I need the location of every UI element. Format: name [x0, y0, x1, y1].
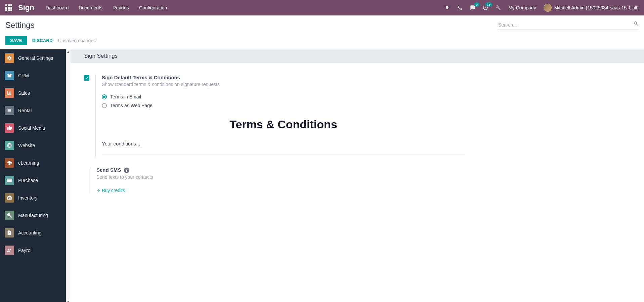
search-wrap	[498, 20, 639, 30]
radio-label: Terms in Email	[110, 94, 141, 99]
sidebar-item-label: Sales	[18, 90, 30, 96]
discard-button[interactable]: DISCARD	[32, 38, 53, 43]
company-switcher[interactable]: My Company	[508, 5, 536, 10]
scroll-down-icon[interactable]: ▼	[66, 299, 71, 302]
sidebar-item-purchase[interactable]: Purchase	[0, 172, 71, 189]
sidebar-scrollbar[interactable]: ▲ ▼	[66, 49, 71, 302]
sms-title: Send SMS ?	[96, 167, 460, 173]
sidebar-item-elearn[interactable]: eLearning	[0, 154, 71, 172]
sidebar-item-sales[interactable]: Sales	[0, 84, 71, 102]
sidebar-item-label: Payroll	[18, 248, 33, 253]
sidebar-item-label: Social Media	[18, 125, 45, 131]
setting-terms: Sign Default Terms & Conditions Show sta…	[84, 70, 631, 162]
page-header: Sign Settings	[71, 49, 644, 63]
radio-icon	[102, 103, 107, 108]
inventory-icon	[5, 193, 14, 203]
user-name: Mitchell Admin (15025034-saas-15-1-all)	[554, 5, 639, 10]
nav-right: 5 29 My Company Mitchell Admin (15025034…	[444, 4, 639, 12]
debug-icon[interactable]	[444, 5, 450, 10]
sidebar-item-label: Rental	[18, 108, 32, 113]
radio-icon	[102, 94, 107, 99]
app-brand[interactable]: Sign	[18, 3, 34, 12]
terms-title: Sign Default Terms & Conditions	[102, 75, 465, 80]
purchase-icon	[5, 176, 14, 185]
text-cursor	[141, 140, 141, 146]
settings-sidebar: General SettingsCRMSalesRentalSocial Med…	[0, 49, 71, 302]
messages-icon[interactable]: 5	[470, 5, 475, 10]
sidebar-item-payroll[interactable]: Payroll	[0, 242, 71, 259]
terms-editor-heading[interactable]: Terms & Conditions	[102, 118, 465, 131]
social-icon	[5, 123, 14, 133]
apps-icon[interactable]	[5, 4, 12, 11]
settings-main: Sign Settings Sign Default Terms & Condi…	[71, 49, 644, 302]
main-navbar: Sign Dashboard Documents Reports Configu…	[0, 0, 644, 15]
radio-label: Terms as Web Page	[110, 103, 153, 108]
sidebar-item-mfg[interactable]: Manufacturing	[0, 207, 71, 224]
sidebar-item-label: Manufacturing	[18, 213, 48, 218]
unsaved-indicator: Unsaved changes	[58, 38, 96, 43]
search-icon	[633, 21, 639, 26]
check-icon	[85, 76, 88, 80]
activities-icon[interactable]: 29	[483, 5, 488, 10]
settings-body: General SettingsCRMSalesRentalSocial Med…	[0, 49, 644, 302]
control-panel: Settings SAVE DISCARD Unsaved changes	[0, 15, 644, 49]
elearn-icon	[5, 158, 14, 168]
sidebar-item-social[interactable]: Social Media	[0, 119, 71, 137]
scroll-up-icon[interactable]: ▲	[66, 49, 71, 54]
nav-reports[interactable]: Reports	[113, 5, 129, 10]
nav-menu: Dashboard Documents Reports Configuratio…	[46, 5, 167, 10]
help-icon[interactable]: ?	[124, 168, 129, 173]
sidebar-item-label: General Settings	[18, 55, 53, 61]
terms-editor-body[interactable]: Your conditions...	[102, 140, 465, 155]
sidebar-item-label: Accounting	[18, 230, 41, 235]
nav-configuration[interactable]: Configuration	[139, 5, 167, 10]
payroll-icon	[5, 246, 14, 255]
acct-icon	[5, 228, 14, 238]
sidebar-item-label: eLearning	[18, 160, 39, 166]
terms-desc: Show standard terms & conditions on sign…	[102, 82, 465, 87]
breadcrumb: Settings	[5, 20, 35, 30]
nav-documents[interactable]: Documents	[79, 5, 102, 10]
mfg-icon	[5, 211, 14, 220]
rental-icon	[5, 106, 14, 115]
sidebar-item-label: CRM	[18, 73, 29, 78]
sms-desc: Send texts to your contacts	[96, 174, 460, 180]
save-button[interactable]: SAVE	[5, 36, 27, 45]
website-icon	[5, 141, 14, 150]
sales-icon	[5, 88, 14, 98]
user-menu[interactable]: Mitchell Admin (15025034-saas-15-1-all)	[544, 4, 639, 12]
arrow-right-icon	[96, 188, 100, 192]
search-input[interactable]	[498, 20, 639, 30]
sidebar-item-crm[interactable]: CRM	[0, 67, 71, 84]
terms-checkbox[interactable]	[84, 75, 89, 81]
crm-icon	[5, 71, 14, 80]
activities-badge: 29	[485, 2, 492, 7]
radio-terms-email[interactable]: Terms in Email	[102, 92, 465, 101]
sidebar-item-inventory[interactable]: Inventory	[0, 189, 71, 207]
phone-icon[interactable]	[457, 5, 463, 10]
sidebar-item-website[interactable]: Website	[0, 137, 71, 154]
sidebar-item-label: Purchase	[18, 178, 38, 183]
radio-terms-web[interactable]: Terms as Web Page	[102, 101, 465, 110]
messages-badge: 5	[474, 2, 479, 7]
setting-sms: Send SMS ? Send texts to your contacts B…	[84, 162, 631, 198]
avatar	[544, 4, 552, 12]
nav-dashboard[interactable]: Dashboard	[46, 5, 69, 10]
tools-icon[interactable]	[496, 5, 501, 10]
buy-credits-link[interactable]: Buy credits	[96, 188, 125, 193]
sidebar-item-rental[interactable]: Rental	[0, 102, 71, 119]
search-button[interactable]	[633, 21, 639, 27]
sidebar-item-acct[interactable]: Accounting	[0, 224, 71, 242]
sidebar-item-label: Inventory	[18, 195, 38, 201]
sidebar-item-label: Website	[18, 143, 35, 148]
general-icon	[5, 53, 14, 63]
sidebar-item-general[interactable]: General Settings	[0, 49, 71, 67]
